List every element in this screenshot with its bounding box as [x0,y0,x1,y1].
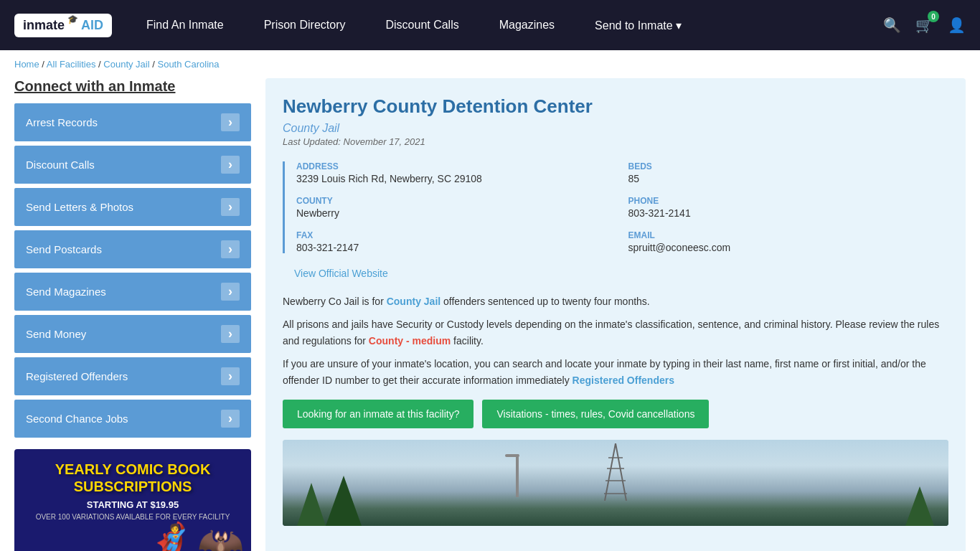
sidebar-title: Connect with an Inmate [14,78,251,95]
svg-line-1 [616,443,626,501]
visitation-button[interactable]: Visitations - times, rules, Covid cancel… [482,400,709,428]
county-jail-link-1[interactable]: County Jail [387,296,440,307]
tree-right [905,486,934,526]
nav-magazines[interactable]: Magazines [479,0,575,50]
street-light-icon [516,454,519,497]
sidebar-ad[interactable]: YEARLY COMIC BOOKSUBSCRIPTIONS STARTING … [14,449,251,551]
ad-note: OVER 100 VARIATIONS AVAILABLE FOR EVERY … [22,513,244,521]
facility-image [283,440,948,526]
nav-icons: 🔍 🛒 0 👤 [883,17,966,34]
fax-block: FAX 803-321-2147 [296,230,617,253]
description-paragraph-3: If you are unsure of your inmate's locat… [283,356,948,388]
facility-type: County Jail [283,122,948,135]
find-inmate-button[interactable]: Looking for an inmate at this facility? [283,400,473,428]
sidebar-item-label: Arrest Records [26,116,98,128]
sidebar-item-second-chance-jobs[interactable]: Second Chance Jobs › [14,400,251,438]
logo-aid-text: AID [81,18,103,33]
logo[interactable]: inmate 🎓 AID [14,14,112,37]
fax-label: FAX [296,230,617,240]
arrow-icon: › [221,325,240,343]
tree-mid [326,476,362,526]
address-label: ADDRESS [296,161,617,171]
email-label: EMAIL [628,230,949,240]
nav-prison-directory[interactable]: Prison Directory [244,0,366,50]
sidebar-item-label: Registered Offenders [26,370,128,382]
ad-characters: 🦸 🦇 [22,524,244,551]
arrow-icon: › [221,240,240,258]
sidebar-item-label: Send Magazines [26,286,106,298]
county-medium-link[interactable]: County - medium [369,335,451,347]
sidebar-item-send-magazines[interactable]: Send Magazines › [14,273,251,311]
facility-last-updated: Last Updated: November 17, 2021 [283,136,948,147]
breadcrumb-county-jail[interactable]: County Jail [103,59,149,70]
action-buttons: Looking for an inmate at this facility? … [283,400,948,428]
fax-value: 803-321-2147 [296,242,617,253]
facility-description: Newberry Co Jail is for County Jail offe… [283,293,948,388]
phone-block: PHONE 803-321-2141 [628,196,949,219]
breadcrumb-home[interactable]: Home [14,59,39,70]
search-icon[interactable]: 🔍 [883,17,901,34]
sidebar-item-label: Second Chance Jobs [26,413,128,425]
logo-inmate-text: inmate [23,18,65,33]
arrow-icon: › [221,367,240,385]
county-block: COUNTY Newberry [296,196,617,219]
sidebar-item-send-letters-photos[interactable]: Send Letters & Photos › [14,188,251,226]
county-value: Newberry [296,207,617,219]
nav-discount-calls[interactable]: Discount Calls [365,0,479,50]
tree-left [297,483,326,526]
logo-hat-icon: 🎓 [67,14,78,24]
ad-title: YEARLY COMIC BOOKSUBSCRIPTIONS [22,461,244,495]
nav-send-to-inmate[interactable]: Send to Inmate ▾ [575,0,702,50]
registered-offenders-link[interactable]: Registered Offenders [573,375,674,386]
description-paragraph-2: All prisons and jails have Security or C… [283,316,948,349]
beds-label: BEDS [628,161,949,171]
sidebar-item-label: Discount Calls [26,159,95,171]
main-container: Connect with an Inmate Arrest Records › … [0,78,980,551]
address-value: 3239 Louis Rich Rd, Newberry, SC 29108 [296,173,617,184]
arrow-icon: › [221,113,240,131]
sidebar-item-registered-offenders[interactable]: Registered Offenders › [14,357,251,395]
sidebar-item-label: Send Postcards [26,243,102,255]
email-value: spruitt@oconeesc.com [628,242,949,253]
sidebar-item-send-money[interactable]: Send Money › [14,315,251,353]
phone-value: 803-321-2141 [628,207,949,219]
sidebar: Connect with an Inmate Arrest Records › … [14,78,251,551]
cart-badge: 0 [928,11,939,22]
beds-value: 85 [628,173,949,184]
breadcrumb: Home / All Facilities / County Jail / So… [0,50,980,78]
arrow-icon: › [221,198,240,216]
ad-price: STARTING AT $19.95 [22,499,244,510]
arrow-icon: › [221,283,240,301]
svg-line-0 [605,443,616,501]
sidebar-item-label: Send Money [26,328,86,340]
description-paragraph-1: Newberry Co Jail is for County Jail offe… [283,293,948,309]
phone-label: PHONE [628,196,949,206]
county-label: COUNTY [296,196,617,206]
facility-name: Newberry County Detention Center [283,95,948,118]
sidebar-item-send-postcards[interactable]: Send Postcards › [14,230,251,268]
user-icon[interactable]: 👤 [948,17,966,34]
view-official-website-link[interactable]: View Official Website [283,268,388,279]
arrow-icon: › [221,410,240,428]
communication-tower-icon [601,443,630,501]
breadcrumb-south-carolina[interactable]: South Carolina [157,59,219,70]
email-block: EMAIL spruitt@oconeesc.com [628,230,949,253]
superhero-icon-1: 🦸 [148,524,194,551]
nav-links: Find An Inmate Prison Directory Discount… [126,0,883,50]
superhero-icon-2: 🦇 [197,524,244,551]
navbar: inmate 🎓 AID Find An Inmate Prison Direc… [0,0,980,50]
nav-find-inmate[interactable]: Find An Inmate [126,0,244,50]
beds-block: BEDS 85 [628,161,949,184]
address-block: ADDRESS 3239 Louis Rich Rd, Newberry, SC… [296,161,617,184]
arrow-icon: › [221,156,240,174]
sidebar-item-arrest-records[interactable]: Arrest Records › [14,103,251,141]
cart-icon[interactable]: 🛒 0 [915,17,933,34]
sidebar-item-label: Send Letters & Photos [26,201,133,213]
facility-info-grid: ADDRESS 3239 Louis Rich Rd, Newberry, SC… [283,161,948,253]
sidebar-item-discount-calls[interactable]: Discount Calls › [14,146,251,184]
facility-content: Newberry County Detention Center County … [265,78,966,551]
breadcrumb-all-facilities[interactable]: All Facilities [47,59,96,70]
